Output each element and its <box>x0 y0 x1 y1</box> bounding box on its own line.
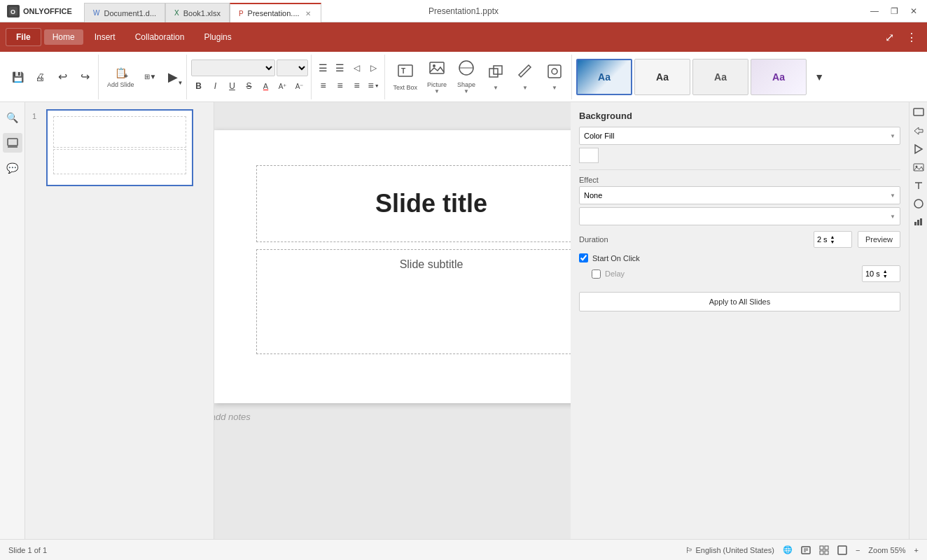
grid-view-icon[interactable] <box>819 545 829 555</box>
slide-title-box[interactable]: Slide title <box>256 165 571 242</box>
right-shape-icon[interactable] <box>911 196 926 211</box>
bullet-list-button[interactable]: ☰ <box>316 60 331 76</box>
delay-checkbox[interactable] <box>592 270 601 279</box>
tab-document-label: Document1.d... <box>104 9 156 18</box>
decrease-font-button[interactable]: A⁻ <box>292 78 307 94</box>
right-animation-icon[interactable] <box>911 141 926 157</box>
tab-presentation[interactable]: P Presentation.... ✕ <box>230 3 321 22</box>
theme-4[interactable]: Aa <box>751 59 807 95</box>
sidebar-slides-icon[interactable] <box>3 133 22 153</box>
save-button[interactable]: 💾 <box>7 66 28 88</box>
notes-area[interactable]: Click to add notes <box>214 412 571 422</box>
language-selector[interactable]: 🏳 English (United States) <box>685 546 774 554</box>
align-center-button[interactable]: ≡ <box>333 78 348 93</box>
canvas-area: Slide title Slide subtitle Click to add … <box>214 102 571 539</box>
right-image-icon[interactable] <box>911 160 926 175</box>
draw-arrow: ▼ <box>522 85 528 91</box>
strikethrough-button[interactable]: S <box>242 78 257 94</box>
right-text-icon[interactable] <box>911 178 926 193</box>
start-on-click-checkbox[interactable] <box>579 253 588 262</box>
effect-dropdown-arrow: ▼ <box>890 192 895 199</box>
font-color-button[interactable]: A <box>258 78 274 94</box>
slide-canvas[interactable]: Slide title Slide subtitle <box>214 130 571 403</box>
minimize-button[interactable]: — <box>865 1 884 21</box>
duration-up-arrow[interactable]: ▲ <box>830 234 835 239</box>
close-button[interactable]: ✕ <box>904 1 923 21</box>
effect-sub-select[interactable]: ▼ <box>579 207 900 225</box>
delay-up-arrow[interactable]: ▲ <box>883 269 888 274</box>
duration-input[interactable]: 2 s ▲ ▼ <box>814 231 852 248</box>
numbered-list-button[interactable]: ☰ <box>333 60 348 76</box>
increase-indent-button[interactable]: ▷ <box>366 60 382 76</box>
italic-button[interactable]: I <box>208 78 223 94</box>
menu-insert[interactable]: Insert <box>86 29 124 45</box>
language-label: English (United States) <box>695 546 774 554</box>
print-button[interactable]: 🖨 <box>29 66 50 88</box>
delay-row: Delay 10 s ▲ ▼ <box>579 265 900 282</box>
bold-button[interactable]: B <box>191 78 207 94</box>
arrange-button[interactable]: ▼ <box>482 60 510 94</box>
tab-close-button[interactable]: ✕ <box>304 9 312 18</box>
delay-label[interactable]: Delay <box>605 270 625 278</box>
delay-down-arrow[interactable]: ▼ <box>883 274 888 279</box>
sidebar-search-icon[interactable]: 🔍 <box>3 108 22 127</box>
underline-button[interactable]: U <box>225 78 240 94</box>
zoom-in-button[interactable]: + <box>914 546 919 554</box>
zoom-out-button[interactable]: − <box>856 546 860 554</box>
align-left-button[interactable]: ≡ <box>316 78 331 93</box>
image-settings-button[interactable]: ▼ <box>541 60 569 94</box>
menu-file[interactable]: File <box>6 28 41 46</box>
slide-subtitle-box[interactable]: Slide subtitle <box>256 249 571 354</box>
font-name-select[interactable] <box>191 59 275 76</box>
fullscreen-button[interactable]: ⤢ <box>879 27 899 47</box>
sidebar-comments-icon[interactable]: 💬 <box>3 158 22 178</box>
preview-button[interactable]: Preview <box>858 231 900 248</box>
menu-collaboration[interactable]: Collaboration <box>127 29 193 45</box>
draw-button[interactable]: ▼ <box>511 60 539 94</box>
picture-button[interactable]: Picture ▼ <box>423 57 451 97</box>
more-options-button[interactable]: ⋮ <box>902 27 921 47</box>
apply-all-slides-button[interactable]: Apply to All Slides <box>579 292 900 312</box>
slide-layout-button[interactable]: ⊞▼ <box>140 66 161 88</box>
more-themes-button[interactable]: ▼ <box>809 66 830 88</box>
restore-button[interactable]: ❐ <box>884 1 904 21</box>
normal-view-icon[interactable] <box>837 545 847 555</box>
right-chart-icon[interactable] <box>911 214 926 230</box>
tab-spreadsheet[interactable]: X Book1.xlsx <box>165 3 230 22</box>
add-slide-button[interactable]: 📋 + Add Slide <box>103 62 139 91</box>
tab-document[interactable]: W Document1.d... <box>84 3 165 22</box>
duration-down-arrow[interactable]: ▼ <box>830 239 835 244</box>
delay-input[interactable]: 10 s ▲ ▼ <box>862 265 900 282</box>
text-box-button[interactable]: T Text Box <box>389 59 422 94</box>
menu-plugins[interactable]: Plugins <box>195 29 239 45</box>
svg-text:O: O <box>11 8 15 15</box>
right-transition-icon[interactable] <box>911 123 926 139</box>
slide-thumb-1[interactable] <box>46 109 193 186</box>
slide-group: 📋 + Add Slide ⊞▼ ▶ ▼ <box>100 55 187 99</box>
font-size-select[interactable] <box>277 59 308 76</box>
redo-button[interactable]: ↪ <box>74 66 95 88</box>
picture-label: Picture <box>427 81 447 88</box>
internet-icon[interactable]: 🌐 <box>783 545 793 554</box>
theme-1[interactable]: Aa <box>576 59 632 95</box>
theme-2[interactable]: Aa <box>634 59 690 95</box>
theme-3[interactable]: Aa <box>692 59 748 95</box>
track-changes-icon[interactable] <box>801 545 811 555</box>
main-area: 🔍 💬 1 Slide title Slide subtitle <box>0 102 927 539</box>
menu-home[interactable]: Home <box>44 29 83 45</box>
slide-thumbnail-1[interactable]: 1 <box>32 109 207 186</box>
window-title: Presentation1.pptx <box>428 6 499 16</box>
shape-button[interactable]: Shape ▼ <box>452 57 480 97</box>
present-button[interactable]: ▶ ▼ <box>162 66 183 88</box>
background-color-box[interactable] <box>579 148 599 163</box>
effect-select[interactable]: None ▼ <box>579 186 900 204</box>
increase-font-button[interactable]: A⁺ <box>275 78 291 94</box>
align-right-button[interactable]: ≡ <box>349 78 365 93</box>
start-on-click-label[interactable]: Start On Click <box>592 254 640 262</box>
shape-arrow: ▼ <box>464 88 469 94</box>
line-spacing-button[interactable]: ≡▼ <box>366 78 382 93</box>
decrease-indent-button[interactable]: ◁ <box>349 60 365 76</box>
right-slide-settings-icon[interactable] <box>911 105 926 120</box>
undo-button[interactable]: ↩ <box>52 66 73 88</box>
background-type-select[interactable]: Color Fill ▼ <box>579 127 900 145</box>
